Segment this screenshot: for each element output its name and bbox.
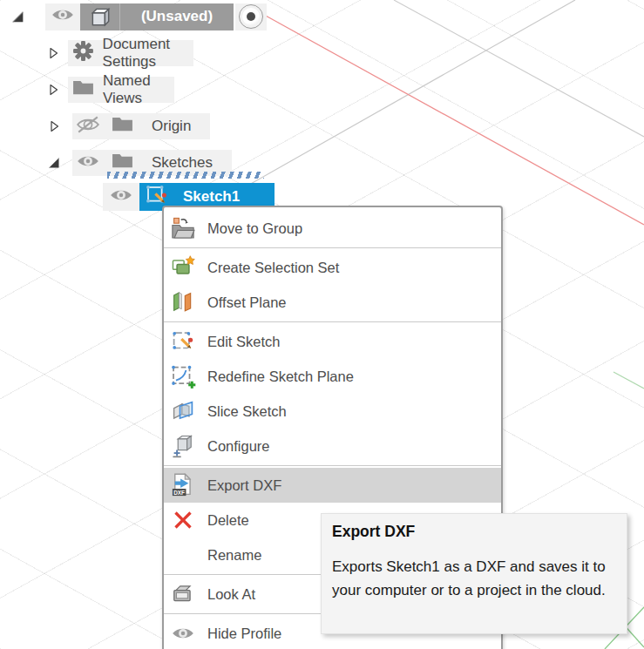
menu-item-edit-sketch[interactable]: Edit Sketch xyxy=(164,324,501,359)
delete-icon xyxy=(170,507,196,533)
no-icon-spacer xyxy=(170,542,196,568)
move-to-group-icon xyxy=(170,215,196,241)
activate-radio-button[interactable] xyxy=(239,4,263,29)
menu-item-configure[interactable]: Configure xyxy=(164,429,501,463)
sketches-drop-indicator xyxy=(107,172,264,179)
tree-item-label: Named Views xyxy=(103,72,155,107)
export-dxf-tooltip: Export DXF Exports Sketch1 as a DXF and … xyxy=(321,513,627,634)
viewport-canvas[interactable]: (Unsaved) Docum xyxy=(0,0,644,649)
menu-separator xyxy=(164,465,501,466)
folder-icon xyxy=(71,76,95,104)
eye-icon xyxy=(109,183,133,211)
tree-item-label: Document Settings xyxy=(103,36,175,71)
menu-item-offset-plane[interactable]: Offset Plane xyxy=(164,285,501,320)
menu-item-label: Configure xyxy=(207,438,270,455)
create-selection-set-icon xyxy=(170,254,196,281)
menu-separator xyxy=(164,321,501,322)
eye-icon[interactable] xyxy=(76,149,100,178)
configure-icon xyxy=(170,433,196,459)
menu-item-redefine-sketch-plane[interactable]: Redefine Sketch Plane xyxy=(164,359,501,394)
tree-row-document-settings[interactable]: Document Settings xyxy=(46,40,193,66)
tree-row-named-views[interactable]: Named Views xyxy=(46,77,174,103)
export-dxf-icon: DXF xyxy=(170,472,196,498)
tooltip-title: Export DXF xyxy=(332,523,616,541)
expand-arrow-closed-icon[interactable] xyxy=(46,119,61,134)
expand-arrow-closed-icon[interactable] xyxy=(46,83,60,98)
menu-item-export-dxf[interactable]: DXF Export DXF xyxy=(164,468,501,503)
activate-cell[interactable] xyxy=(235,3,267,30)
menu-item-slice-sketch[interactable]: Slice Sketch xyxy=(164,394,501,429)
menu-item-label: Redefine Sketch Plane xyxy=(207,368,354,385)
menu-item-label: Move to Group xyxy=(207,220,302,237)
tree-item-label: Sketch1 xyxy=(183,188,240,206)
menu-item-label: Slice Sketch xyxy=(207,403,287,420)
menu-item-label: Look At xyxy=(207,586,255,603)
menu-separator xyxy=(164,247,501,248)
visibility-cell[interactable] xyxy=(103,183,139,211)
tree-row-document-root[interactable]: (Unsaved) xyxy=(10,3,267,30)
menu-item-label: Edit Sketch xyxy=(207,334,280,350)
look-at-icon xyxy=(170,581,196,607)
visibility-cell[interactable] xyxy=(45,3,80,30)
menu-item-move-to-group[interactable]: Move to Group xyxy=(164,211,501,246)
eye-icon xyxy=(51,3,75,30)
document-title: (Unsaved) xyxy=(120,8,234,25)
expand-arrow-open-icon[interactable] xyxy=(46,156,61,171)
menu-item-label: Export DXF xyxy=(207,477,281,494)
folder-icon xyxy=(111,112,134,140)
menu-item-label: Offset Plane xyxy=(207,294,287,311)
menu-item-create-selection-set[interactable]: Create Selection Set xyxy=(164,250,501,285)
tree-item-label: Sketches xyxy=(152,154,213,172)
component-cube-icon xyxy=(80,3,120,30)
eye-off-icon[interactable] xyxy=(76,112,100,141)
expand-arrow-closed-icon[interactable] xyxy=(46,46,60,61)
menu-item-label: Delete xyxy=(207,512,249,529)
edit-sketch-icon xyxy=(170,328,196,355)
document-name-block[interactable]: (Unsaved) xyxy=(80,3,234,30)
dxf-badge-text: DXF xyxy=(173,490,185,496)
menu-item-label: Hide Profile xyxy=(207,625,281,642)
gear-icon xyxy=(71,39,95,67)
tree-row-origin[interactable]: Origin xyxy=(46,113,210,139)
slice-sketch-icon xyxy=(170,398,196,424)
expand-arrow-open-icon[interactable] xyxy=(10,10,25,24)
offset-plane-icon xyxy=(170,289,196,315)
menu-item-label: Rename xyxy=(207,547,261,564)
tree-item-label: Origin xyxy=(152,118,191,135)
tooltip-body: Exports Sketch1 as a DXF and saves it to… xyxy=(332,555,616,602)
eye-icon xyxy=(170,620,196,646)
menu-item-label: Create Selection Set xyxy=(207,260,339,276)
redefine-sketch-plane-icon xyxy=(170,363,196,389)
